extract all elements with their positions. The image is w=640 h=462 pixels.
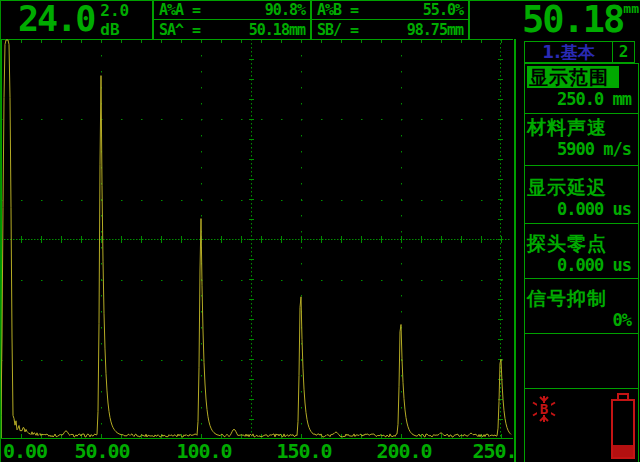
menu-item-label: 材料声速 <box>525 114 638 138</box>
gate-b-readouts: A%B = 55.0% SB/ = 98.75mm <box>310 1 468 39</box>
measurement-row: SA^ = 50.18mm <box>154 20 310 39</box>
x-tick-label: 200.0 <box>362 439 446 462</box>
x-tick-label: 100.0 <box>162 439 246 462</box>
menu-item-label: 显示延迟 <box>525 166 638 198</box>
menu-item-signal-reject[interactable]: 信号抑制 0% <box>524 279 639 334</box>
menu-item-display-range[interactable]: 显示范围 250.0 mm <box>524 64 639 114</box>
main-readout-value: 50.18 <box>522 1 623 38</box>
battery-fill <box>613 445 633 457</box>
menu-item-display-delay[interactable]: 显示延迟 0.000 us <box>524 166 639 224</box>
battery-body <box>611 399 635 459</box>
equals-sign: = <box>192 21 200 39</box>
measurement-row: SB/ = 98.75mm <box>312 20 468 39</box>
menu-item-material-velocity[interactable]: 材料声速 5900 m/s <box>524 114 639 166</box>
menu-item-value: 0.000 us <box>525 254 638 275</box>
menu-item-probe-zero[interactable]: 探头零点 0.000 us <box>524 224 639 279</box>
measurement-label: A%B <box>317 1 341 19</box>
status-icons-section: B <box>524 389 639 462</box>
menu-item-label: 显示范围 <box>527 66 619 88</box>
equals-sign: = <box>192 1 200 19</box>
gate-a-readouts: A%A = 90.8% SA^ = 50.18mm <box>152 1 310 39</box>
freeze-letter: B <box>540 401 548 417</box>
measurement-value: 98.75mm <box>407 21 463 39</box>
measurement-row: A%A = 90.8% <box>154 1 310 20</box>
sidebar-divider <box>514 39 516 462</box>
gain-unit: dB <box>100 22 129 37</box>
sidebar-empty-section <box>524 334 639 389</box>
x-tick-label: 0.00 <box>1 439 56 462</box>
menu-item-value: 250.0 mm <box>525 88 638 109</box>
measurement-value: 50.18mm <box>249 21 305 39</box>
gain-step: 2.0 <box>100 3 129 18</box>
measurement-row: A%B = 55.0% <box>312 1 468 20</box>
menu-item-value: 5900 m/s <box>525 138 638 159</box>
tab-basic[interactable]: 1.基本 <box>524 41 613 63</box>
menu-tab-row: 1.基本 2 <box>524 41 639 64</box>
menu-sidebar: 1.基本 2 显示范围 250.0 mm 材料声速 5900 m/s 显示延迟 … <box>524 39 639 462</box>
x-tick-label: 250.0 <box>458 439 514 462</box>
gain-step-unit: 2.0 dB <box>94 1 129 39</box>
tab-page-2[interactable]: 2 <box>613 41 635 63</box>
menu-item-value: 0.000 us <box>525 198 638 219</box>
equals-sign: = <box>350 21 358 39</box>
measurement-value: 55.0% <box>423 1 463 19</box>
menu-item-value: 0% <box>525 309 638 330</box>
a-scan-plot <box>1 39 513 439</box>
measurement-label: SA^ <box>159 21 183 39</box>
x-tick-label: 50.00 <box>60 439 144 462</box>
instrument-screen: 24.0 2.0 dB A%A = 90.8% SA^ = 50.18mm <box>0 0 640 462</box>
x-tick-label: 150.0 <box>262 439 346 462</box>
gain-section: 24.0 2.0 dB <box>1 1 152 39</box>
freeze-b-icon: B <box>529 394 559 428</box>
x-axis-labels: 0.00 50.00 100.0 150.0 200.0 250.0 <box>1 439 514 462</box>
gain-value: 24.0 <box>1 1 94 39</box>
equals-sign: = <box>350 1 358 19</box>
main-readout: 50.18 mm <box>468 1 640 39</box>
top-status-bar: 24.0 2.0 dB A%A = 90.8% SA^ = 50.18mm <box>1 1 640 39</box>
measurement-label: SB/ <box>317 21 341 39</box>
measurement-value: 90.8% <box>265 1 305 19</box>
main-readout-unit: mm <box>623 1 639 15</box>
measurement-label: A%A <box>159 1 183 19</box>
menu-item-label: 信号抑制 <box>525 279 638 309</box>
menu-item-label: 探头零点 <box>525 224 638 254</box>
battery-icon <box>611 393 635 459</box>
